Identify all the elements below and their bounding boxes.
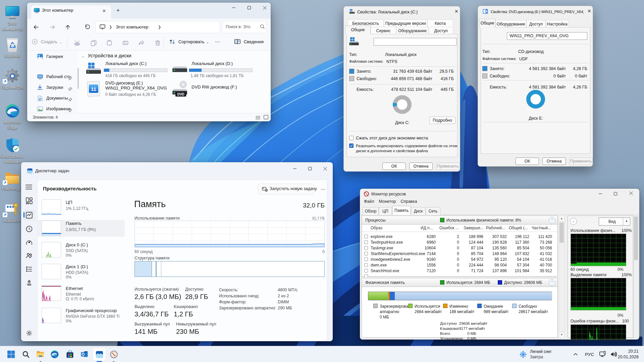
svg-text:DVD: DVD xyxy=(177,93,184,96)
svg-text:11: 11 xyxy=(91,86,96,92)
